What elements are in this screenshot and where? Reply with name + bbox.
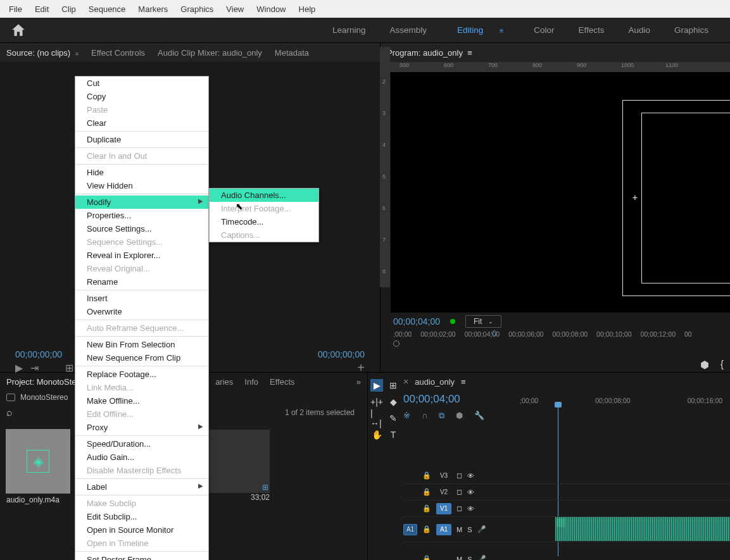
bin-icon[interactable] bbox=[6, 394, 15, 401]
ctx-item[interactable]: Overwrite bbox=[75, 305, 208, 318]
source-patch[interactable]: A1 bbox=[403, 524, 417, 535]
track-v2[interactable]: 🔒 V2 ◻ 👁 bbox=[403, 484, 730, 501]
clip-item-1[interactable]: ◈ audio_only.m4a bbox=[6, 430, 70, 504]
workspace-assembly[interactable]: Assembly bbox=[384, 20, 434, 40]
audio-clip[interactable] bbox=[555, 517, 730, 541]
ctx-item[interactable]: Insert bbox=[75, 292, 208, 305]
menu-edit[interactable]: Edit bbox=[28, 2, 55, 16]
toggle-output-icon[interactable]: ◻ bbox=[456, 471, 462, 480]
tab-effect-controls[interactable]: Effect Controls bbox=[91, 48, 145, 58]
ctx-item[interactable]: Replace Footage... bbox=[75, 368, 208, 381]
eye-icon[interactable]: 👁 bbox=[467, 488, 474, 496]
menu-help[interactable]: Help bbox=[293, 2, 322, 16]
linked-selection-icon[interactable]: ⧉ bbox=[439, 411, 444, 421]
lock-icon[interactable]: 🔒 bbox=[422, 525, 431, 533]
ctx-item[interactable]: Duplicate bbox=[75, 133, 208, 146]
tab-audio-mixer[interactable]: Audio Clip Mixer: audio_only bbox=[158, 48, 262, 58]
lock-icon[interactable]: 🔒 bbox=[422, 555, 431, 560]
ctx-item[interactable]: Speed/Duration... bbox=[75, 437, 208, 451]
ctx-item[interactable]: Clear bbox=[75, 116, 208, 130]
voice-over-icon[interactable]: 🎤 bbox=[477, 525, 486, 533]
program-monitor[interactable]: + bbox=[391, 72, 730, 313]
workspace-effects[interactable]: Effects bbox=[572, 20, 610, 40]
track-a2[interactable]: 🔒 M S 🎤 bbox=[403, 551, 730, 560]
ripple-tool-icon[interactable]: +|+ bbox=[370, 395, 383, 408]
hand-tool-icon[interactable]: ✋ bbox=[370, 428, 383, 441]
slip-tool-icon[interactable]: |↔| bbox=[370, 412, 383, 425]
lock-icon[interactable]: 🔒 bbox=[422, 471, 431, 480]
bracket-icon[interactable]: { bbox=[721, 359, 724, 371]
zoom-dropdown[interactable]: Fit⌄ bbox=[465, 315, 501, 328]
eye-icon[interactable]: 👁 bbox=[467, 472, 474, 480]
scroll-handle[interactable] bbox=[393, 340, 400, 347]
panel-menu-icon[interactable]: ≡ bbox=[461, 377, 466, 387]
ctx-item[interactable]: Label▶ bbox=[75, 480, 208, 494]
ctx-item[interactable]: New Sequence From Clip bbox=[75, 351, 208, 364]
panel-menu-icon[interactable]: ≡ bbox=[467, 48, 472, 58]
ctx-item[interactable]: Source Settings... bbox=[75, 222, 208, 235]
pen-tool-icon[interactable]: ✎ bbox=[387, 412, 400, 425]
ctx-item[interactable]: Hide bbox=[75, 166, 208, 179]
ctx-item[interactable]: Edit Subclip... bbox=[75, 510, 208, 523]
snap-icon[interactable]: ※ bbox=[403, 411, 410, 421]
step-icon[interactable]: ⇥ bbox=[30, 362, 39, 374]
type-tool-icon[interactable]: T bbox=[387, 428, 400, 441]
settings-icon[interactable]: 🔧 bbox=[474, 411, 484, 421]
ctx-item[interactable]: Audio Gain... bbox=[75, 451, 208, 464]
lock-icon[interactable]: 🔒 bbox=[422, 504, 431, 513]
tab-libraries[interactable]: aries bbox=[215, 377, 233, 387]
tab-effects[interactable]: Effects bbox=[270, 377, 295, 387]
ctx-item[interactable]: Set Poster Frame bbox=[75, 553, 208, 560]
track-v1[interactable]: 🔒 V1 ◻ 👁 bbox=[403, 501, 730, 517]
ctx-item[interactable]: Cut bbox=[75, 77, 208, 90]
ctx-item[interactable]: Open in Source Monitor bbox=[75, 523, 208, 537]
menu-clip[interactable]: Clip bbox=[55, 2, 82, 16]
solo-button[interactable]: S bbox=[467, 526, 472, 533]
razor-tool-icon[interactable]: ◆ bbox=[387, 395, 400, 408]
playhead-icon[interactable]: ⬠ bbox=[491, 329, 498, 337]
selection-tool-icon[interactable]: ▶ bbox=[370, 379, 383, 392]
toggle-output-icon[interactable]: ◻ bbox=[456, 488, 462, 496]
timeline-ruler[interactable]: ;00;00 00;00;08;00 00;00;16;00 bbox=[520, 397, 730, 404]
mute-button[interactable]: M bbox=[456, 556, 462, 561]
workspace-audio[interactable]: Audio bbox=[622, 20, 657, 40]
track-select-icon[interactable]: ⊞ bbox=[387, 379, 400, 392]
add-button-icon[interactable]: + bbox=[357, 361, 365, 375]
overflow-icon[interactable]: » bbox=[356, 377, 361, 387]
menu-graphics[interactable]: Graphics bbox=[174, 2, 220, 16]
clip-item-2[interactable]: ⊞ 33;02 bbox=[206, 430, 270, 504]
voice-over-icon[interactable]: 🎤 bbox=[477, 555, 486, 560]
ctx-item[interactable]: Rename bbox=[75, 275, 208, 289]
play-icon[interactable]: ▶ bbox=[15, 362, 23, 374]
ctx-item[interactable]: Modify▶ bbox=[75, 196, 208, 209]
sequence-tab[interactable]: audio_only bbox=[415, 377, 455, 387]
ctx-item[interactable]: Reveal in Explorer... bbox=[75, 249, 208, 262]
ctx-item[interactable]: New Bin From Selection bbox=[75, 338, 208, 351]
insert-icon[interactable]: ⊞ bbox=[65, 362, 73, 374]
workspace-menu-icon[interactable]: ≡ bbox=[493, 22, 510, 39]
workspace-graphics[interactable]: Graphics bbox=[668, 20, 715, 40]
lock-icon[interactable]: 🔒 bbox=[422, 488, 431, 496]
panel-menu-icon[interactable]: ≡ bbox=[75, 51, 79, 57]
ctx-item[interactable]: Proxy▶ bbox=[75, 421, 208, 434]
tab-program[interactable]: Program: audio_only ≡ bbox=[387, 48, 472, 58]
track-v3[interactable]: 🔒 V3 ◻ 👁 bbox=[403, 468, 730, 484]
ctx-item[interactable]: Copy bbox=[75, 90, 208, 103]
tab-project[interactable]: Project: MonotoStere bbox=[6, 377, 84, 387]
menu-view[interactable]: View bbox=[220, 2, 250, 16]
ctx-item[interactable]: Make Offline... bbox=[75, 394, 208, 408]
menu-window[interactable]: Window bbox=[250, 2, 292, 16]
home-icon[interactable] bbox=[10, 22, 27, 39]
ctx-item[interactable]: View Hidden bbox=[75, 179, 208, 192]
program-tc[interactable]: 00;00;04;00 bbox=[393, 316, 440, 327]
menu-file[interactable]: File bbox=[3, 2, 28, 16]
mute-button[interactable]: M bbox=[456, 526, 462, 533]
close-tab-icon[interactable]: × bbox=[403, 376, 408, 387]
workspace-editing[interactable]: Editing≡ bbox=[444, 20, 516, 40]
tab-info[interactable]: Info bbox=[244, 377, 258, 387]
search-icon[interactable]: ⌕ bbox=[6, 407, 13, 418]
marker-add-icon[interactable]: ⬢ bbox=[456, 411, 463, 421]
tab-source[interactable]: Source: (no clips) ≡ bbox=[6, 48, 79, 58]
menu-sequence[interactable]: Sequence bbox=[82, 2, 132, 16]
ctx-sub-item[interactable]: Timecode... bbox=[210, 215, 318, 228]
